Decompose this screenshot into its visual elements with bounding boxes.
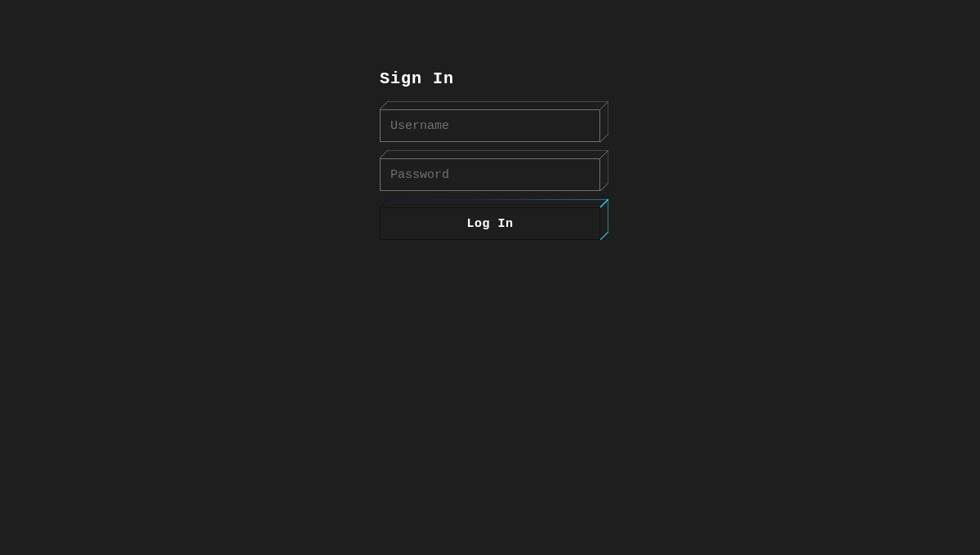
- sign-in-form: Sign In: [380, 69, 600, 240]
- submit-wrapper: Log In: [380, 207, 600, 240]
- login-button[interactable]: Log In: [380, 207, 600, 240]
- page-title: Sign In: [380, 69, 454, 88]
- username-field-wrapper: [380, 109, 600, 142]
- password-face: [380, 158, 600, 191]
- username-input[interactable]: [390, 119, 590, 133]
- password-input[interactable]: [390, 168, 590, 182]
- password-field-wrapper: [380, 158, 600, 191]
- username-face: [380, 109, 600, 142]
